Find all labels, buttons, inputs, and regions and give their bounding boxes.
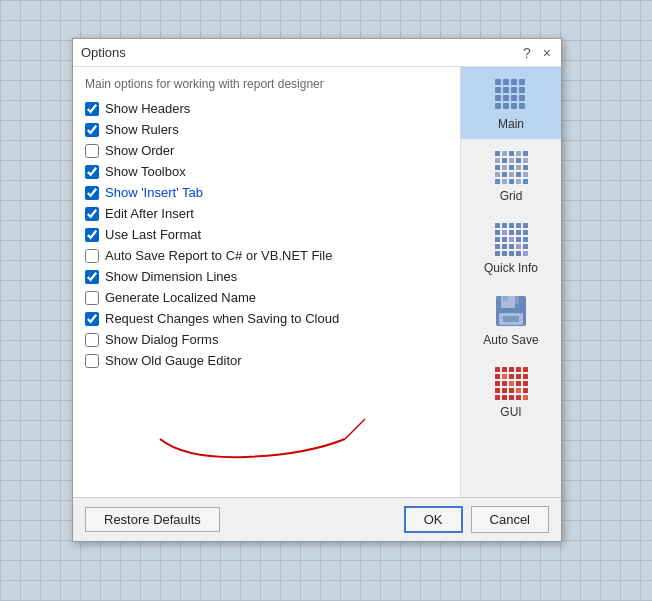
- checkbox-10[interactable]: [85, 312, 99, 326]
- svg-rect-69: [515, 296, 519, 304]
- svg-rect-42: [495, 223, 500, 228]
- svg-rect-20: [516, 151, 521, 156]
- quickinfo-icon: [493, 221, 529, 257]
- checkbox-2[interactable]: [85, 144, 99, 158]
- svg-rect-77: [516, 367, 521, 372]
- checkbox-label-7[interactable]: Auto Save Report to C# or VB.NET File: [105, 248, 332, 263]
- checkbox-item-2: Show Order: [85, 143, 448, 158]
- checkbox-label-11[interactable]: Show Dialog Forms: [105, 332, 218, 347]
- checkbox-6[interactable]: [85, 228, 99, 242]
- svg-rect-83: [523, 374, 528, 379]
- svg-rect-66: [523, 251, 528, 256]
- svg-rect-79: [495, 374, 500, 379]
- svg-rect-40: [516, 179, 521, 184]
- main-icon: [493, 77, 529, 113]
- checkbox-label-9[interactable]: Generate Localized Name: [105, 290, 256, 305]
- close-button[interactable]: ×: [541, 46, 553, 60]
- sidebar-item-grid[interactable]: Grid: [461, 139, 561, 211]
- cancel-button[interactable]: Cancel: [471, 506, 549, 533]
- svg-rect-23: [502, 158, 507, 163]
- svg-rect-31: [523, 165, 528, 170]
- checkbox-7[interactable]: [85, 249, 99, 263]
- checkbox-label-0[interactable]: Show Headers: [105, 101, 190, 116]
- checkbox-item-6: Use Last Format: [85, 227, 448, 242]
- svg-rect-28: [502, 165, 507, 170]
- ok-button[interactable]: OK: [404, 506, 463, 533]
- svg-rect-97: [516, 395, 521, 400]
- checkbox-11[interactable]: [85, 333, 99, 347]
- checkbox-3[interactable]: [85, 165, 99, 179]
- restore-defaults-button[interactable]: Restore Defaults: [85, 507, 220, 532]
- sidebar-label-grid: Grid: [500, 189, 523, 203]
- footer-right-buttons: OK Cancel: [404, 506, 549, 533]
- checkbox-label-1[interactable]: Show Rulers: [105, 122, 179, 137]
- svg-rect-60: [516, 244, 521, 249]
- checkbox-label-8[interactable]: Show Dimension Lines: [105, 269, 237, 284]
- checkbox-label-4[interactable]: Show 'Insert' Tab: [105, 185, 203, 200]
- checkbox-5[interactable]: [85, 207, 99, 221]
- svg-line-0: [345, 419, 365, 439]
- svg-rect-84: [495, 381, 500, 386]
- svg-rect-7: [511, 87, 517, 93]
- main-panel: Main options for working with report des…: [73, 67, 461, 497]
- svg-rect-85: [502, 381, 507, 386]
- sidebar-item-autosave[interactable]: Auto Save: [461, 283, 561, 355]
- svg-rect-87: [516, 381, 521, 386]
- svg-rect-17: [495, 151, 500, 156]
- svg-rect-45: [516, 223, 521, 228]
- dialog-content: Main options for working with report des…: [73, 67, 561, 497]
- svg-rect-74: [495, 367, 500, 372]
- svg-rect-16: [519, 103, 525, 109]
- svg-rect-32: [495, 172, 500, 177]
- options-dialog: Options ? × Main options for working wit…: [72, 38, 562, 542]
- sidebar-label-main: Main: [498, 117, 524, 131]
- checkbox-item-0: Show Headers: [85, 101, 448, 116]
- checkbox-label-12[interactable]: Show Old Gauge Editor: [105, 353, 242, 368]
- checkbox-1[interactable]: [85, 123, 99, 137]
- checkbox-label-5[interactable]: Edit After Insert: [105, 206, 194, 221]
- checkbox-label-3[interactable]: Show Toolbox: [105, 164, 186, 179]
- svg-rect-6: [503, 87, 509, 93]
- checkbox-0[interactable]: [85, 102, 99, 116]
- checkbox-9[interactable]: [85, 291, 99, 305]
- svg-rect-35: [516, 172, 521, 177]
- checkbox-item-10: Request Changes when Saving to Cloud: [85, 311, 448, 326]
- svg-rect-92: [516, 388, 521, 393]
- sidebar-item-quickinfo[interactable]: Quick Info: [461, 211, 561, 283]
- svg-rect-48: [502, 230, 507, 235]
- autosave-icon: [493, 293, 529, 329]
- sidebar-label-quickinfo: Quick Info: [484, 261, 538, 275]
- dialog-titlebar: Options ? ×: [73, 39, 561, 67]
- sidebar-label-autosave: Auto Save: [483, 333, 538, 347]
- svg-rect-64: [509, 251, 514, 256]
- checkboxes-container: Show HeadersShow RulersShow OrderShow To…: [85, 101, 448, 368]
- svg-rect-80: [502, 374, 507, 379]
- svg-rect-19: [509, 151, 514, 156]
- sidebar-item-main[interactable]: Main: [461, 67, 561, 139]
- svg-rect-86: [509, 381, 514, 386]
- checkbox-label-2[interactable]: Show Order: [105, 143, 174, 158]
- checkbox-4[interactable]: [85, 186, 99, 200]
- checkbox-12[interactable]: [85, 354, 99, 368]
- checkbox-8[interactable]: [85, 270, 99, 284]
- panel-description: Main options for working with report des…: [85, 77, 448, 91]
- checkbox-label-10[interactable]: Request Changes when Saving to Cloud: [105, 311, 339, 326]
- checkbox-label-6[interactable]: Use Last Format: [105, 227, 201, 242]
- svg-rect-82: [516, 374, 521, 379]
- svg-rect-24: [509, 158, 514, 163]
- sidebar-item-gui[interactable]: GUI: [461, 355, 561, 427]
- svg-rect-33: [502, 172, 507, 177]
- svg-rect-59: [509, 244, 514, 249]
- svg-rect-1: [495, 79, 501, 85]
- svg-rect-90: [502, 388, 507, 393]
- svg-rect-15: [511, 103, 517, 109]
- help-button[interactable]: ?: [521, 46, 533, 60]
- checkbox-item-9: Generate Localized Name: [85, 290, 448, 305]
- svg-rect-4: [519, 79, 525, 85]
- svg-rect-89: [495, 388, 500, 393]
- svg-rect-37: [495, 179, 500, 184]
- svg-rect-94: [495, 395, 500, 400]
- checkbox-item-1: Show Rulers: [85, 122, 448, 137]
- svg-rect-41: [523, 179, 528, 184]
- titlebar-controls: ? ×: [521, 46, 553, 60]
